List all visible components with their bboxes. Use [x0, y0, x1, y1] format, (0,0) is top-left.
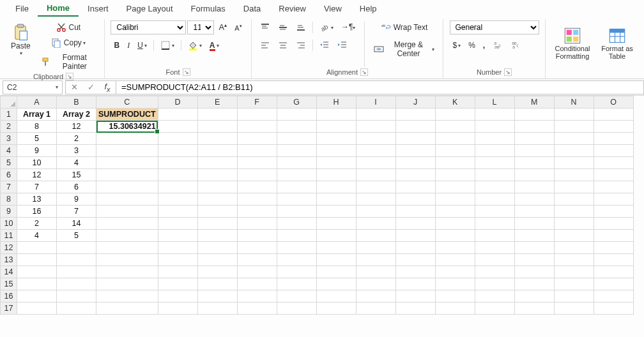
cell[interactable] [435, 303, 475, 315]
cell[interactable] [158, 242, 197, 254]
cell[interactable] [356, 242, 395, 254]
cell[interactable] [475, 254, 514, 266]
row-header[interactable]: 6 [1, 169, 17, 181]
cell[interactable] [435, 230, 475, 242]
cell[interactable] [356, 193, 395, 206]
dialog-launcher-icon[interactable]: ↘ [66, 73, 73, 80]
cell[interactable] [594, 218, 633, 230]
cell[interactable] [594, 145, 633, 157]
cell[interactable]: 7 [57, 206, 96, 218]
tab-file[interactable]: File [6, 1, 38, 16]
cell[interactable] [96, 145, 158, 157]
cell[interactable] [356, 121, 395, 133]
cell[interactable] [356, 181, 395, 193]
currency-button[interactable]: $▾ [450, 39, 464, 52]
cell[interactable] [395, 133, 435, 145]
cell[interactable] [554, 254, 594, 266]
cell[interactable] [197, 303, 237, 315]
cell[interactable] [197, 121, 237, 133]
cell[interactable] [554, 193, 594, 206]
cell[interactable] [277, 109, 316, 121]
col-header[interactable]: K [435, 96, 475, 109]
cell[interactable] [594, 266, 633, 278]
cell[interactable] [316, 169, 356, 181]
cell[interactable] [356, 278, 395, 290]
align-top-button[interactable] [257, 20, 273, 34]
tab-pagelayout[interactable]: Page Layout [118, 1, 182, 16]
row-header[interactable]: 14 [1, 266, 17, 278]
cell[interactable]: 14 [57, 218, 96, 230]
row-header[interactable]: 12 [1, 242, 17, 254]
cell[interactable] [96, 303, 158, 315]
cell[interactable]: 2 [17, 218, 57, 230]
cell[interactable] [475, 230, 514, 242]
cell[interactable] [475, 157, 514, 169]
cell[interactable] [435, 157, 475, 169]
cell[interactable] [237, 303, 277, 315]
tab-formulas[interactable]: Formulas [182, 1, 234, 16]
cell[interactable] [277, 193, 316, 206]
cell[interactable] [316, 109, 356, 121]
cell[interactable] [554, 109, 594, 121]
cell[interactable] [395, 254, 435, 266]
select-all-corner[interactable] [1, 96, 17, 109]
cell[interactable] [594, 157, 633, 169]
cell[interactable] [356, 169, 395, 181]
cell[interactable] [57, 290, 96, 303]
cell[interactable] [554, 303, 594, 315]
cell[interactable] [554, 290, 594, 303]
col-header[interactable]: B [57, 96, 96, 109]
cell[interactable] [356, 230, 395, 242]
cell[interactable] [514, 206, 554, 218]
cut-button[interactable]: Cut [38, 20, 99, 34]
row-header[interactable]: 7 [1, 181, 17, 193]
cell[interactable] [237, 242, 277, 254]
cell[interactable] [395, 242, 435, 254]
cell[interactable] [277, 290, 316, 303]
tab-home[interactable]: Home [38, 1, 79, 17]
cell[interactable] [554, 157, 594, 169]
cell[interactable] [57, 303, 96, 315]
cell[interactable]: 3 [57, 145, 96, 157]
cell[interactable] [158, 145, 197, 157]
cell[interactable] [158, 169, 197, 181]
cell[interactable] [197, 206, 237, 218]
cell[interactable] [316, 303, 356, 315]
cell[interactable] [594, 169, 633, 181]
cell[interactable] [435, 145, 475, 157]
cell[interactable] [17, 290, 57, 303]
cell[interactable] [395, 303, 435, 315]
cell[interactable] [356, 109, 395, 121]
row-header[interactable]: 1 [1, 109, 17, 121]
col-header[interactable]: I [356, 96, 395, 109]
cell[interactable]: 2 [57, 133, 96, 145]
cell[interactable] [554, 218, 594, 230]
increase-font-button[interactable]: A▴ [215, 20, 230, 34]
tab-view[interactable]: View [315, 1, 351, 16]
cell[interactable] [514, 121, 554, 133]
cell[interactable]: 8 [17, 121, 57, 133]
cell[interactable] [554, 242, 594, 254]
cell[interactable] [197, 145, 237, 157]
cell[interactable] [277, 181, 316, 193]
cell[interactable] [158, 254, 197, 266]
cell[interactable] [395, 169, 435, 181]
cell[interactable] [316, 230, 356, 242]
cell[interactable] [475, 193, 514, 206]
cell[interactable] [277, 206, 316, 218]
cell[interactable] [158, 193, 197, 206]
cell[interactable] [17, 242, 57, 254]
cell[interactable] [594, 181, 633, 193]
cell[interactable]: 16 [17, 206, 57, 218]
cell[interactable] [356, 290, 395, 303]
cell[interactable] [395, 193, 435, 206]
cell[interactable] [197, 181, 237, 193]
cell[interactable] [277, 266, 316, 278]
font-size-select[interactable]: 11 [187, 20, 214, 34]
dialog-launcher-icon[interactable]: ↘ [183, 68, 190, 76]
cell[interactable]: 15 [57, 169, 96, 181]
cell[interactable] [395, 230, 435, 242]
cell[interactable] [158, 157, 197, 169]
cell[interactable] [594, 193, 633, 206]
cell[interactable]: 5 [57, 230, 96, 242]
